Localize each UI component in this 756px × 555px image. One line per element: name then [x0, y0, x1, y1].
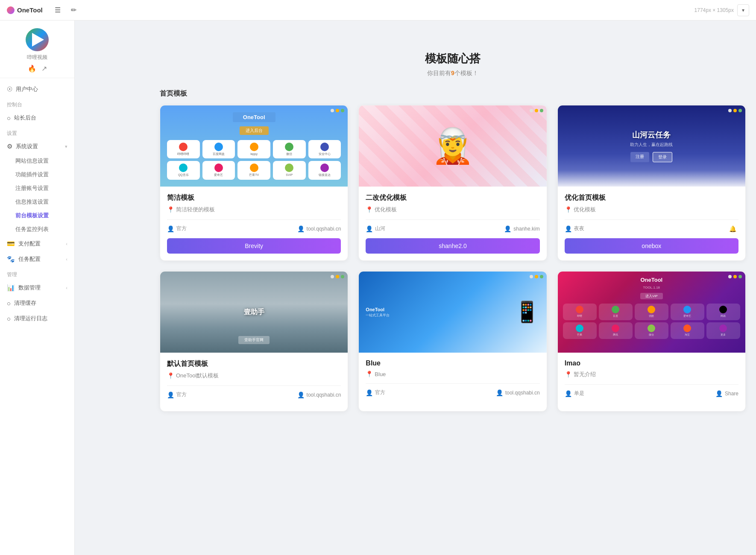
badge-dot-yellow [535, 275, 538, 278]
sidebar-item-website-info[interactable]: 网站信息设置 [0, 154, 74, 168]
icon-item: 百度网盘 [202, 140, 235, 158]
meta-author: 👤 单是 [565, 390, 584, 397]
lmao-icon: 哔哩 [563, 304, 597, 320]
sidebar: 哔哩视频 🔥 ↗ ☉ 用户中心 控制台 ○ 站长后台 设置 ⚙ 系统设置 [0, 20, 75, 555]
icon-circle [683, 324, 691, 332]
brevity-action-button[interactable]: Brevity [167, 238, 341, 254]
url-text: Share [725, 391, 738, 397]
icon-circle [719, 324, 727, 332]
url-text: shanhe.kim [513, 226, 539, 232]
badge-dot-green [341, 109, 344, 112]
data-icon: 📊 [7, 284, 15, 292]
meta-url: 👤 tool.qqshabi.cn [297, 391, 341, 398]
sidebar-item-task-config[interactable]: 🐾 任务配置 ‹ [0, 251, 74, 267]
sidebar-item-task-monitor[interactable]: 任务监控列表 [0, 222, 74, 236]
desc-text: 优化模板 [574, 206, 596, 213]
template-card-default: 壹助手 壹助手官网 默认首页模板 📍 OneTool默认模板 👤 官方 [160, 271, 348, 412]
badge-dot-yellow [733, 109, 737, 112]
sidebar-item-system-settings[interactable]: ⚙ 系统设置 ▾ [0, 139, 74, 154]
sidebar-item-plugin[interactable]: 功能插件设置 [0, 168, 74, 181]
corner-badge-3 [728, 109, 742, 112]
top-dropdown[interactable]: ▾ [737, 4, 749, 16]
page-title: 模板随心搭 [160, 51, 746, 66]
anime-character: 🧝 [431, 126, 474, 166]
badge-dot-gray [331, 275, 334, 278]
icon-item: 芒果TV [237, 161, 270, 179]
push-label: 信息推送设置 [15, 198, 49, 206]
sidebar-item-data[interactable]: 📊 数据管理 ‹ [0, 280, 74, 295]
template-card-blue: OneTool 一站式工具平台 📱 Blue 📍 Blue 👤 官方 [358, 271, 547, 412]
sidebar-item-clear-log[interactable]: ○ 清理运行日志 [0, 311, 74, 326]
lmao-sub: TOOL.1.18 [643, 286, 660, 289]
preview-anime: 🧝 [359, 105, 546, 187]
website-info-label: 网站信息设置 [15, 157, 49, 165]
mountain-btn-primary[interactable]: 注册 [630, 152, 649, 162]
template-desc-brevity: 📍 简洁轻便的模板 [167, 206, 341, 213]
icon-circle [576, 306, 583, 313]
icon-circle [179, 164, 188, 172]
meta-url: 👤 tool.qqshabi.cn [496, 389, 540, 396]
badge-dot-gray [728, 275, 732, 278]
sidebar-item-admin[interactable]: ○ 站长后台 [0, 110, 74, 126]
lmao-icons-row2: 芒果 腾讯 微信 淘宝 更多 [563, 322, 740, 339]
corner-badge-1 [331, 109, 344, 112]
template-meta-brevity: 👤 官方 👤 tool.qqshabi.cn [167, 219, 341, 232]
pen-button[interactable]: ✏ [67, 4, 80, 16]
icon-item: 哔哩哔哩 [167, 140, 200, 158]
subtitle-suffix: 个模板！ [454, 70, 478, 76]
card-body-default: 默认首页模板 📍 OneTool默认模板 👤 官方 👤 tool.qqshabi… [160, 353, 348, 411]
logo-icon [26, 28, 49, 51]
template-card-lmao: OneTool TOOL.1.18 进入VIP 哔哩 百度 优酷 爱奇艺 网易 … [557, 271, 746, 412]
author-icon: 👤 [565, 390, 572, 397]
badge-dot-gray [728, 109, 732, 112]
template-meta-lmao: 👤 单是 👤 Share [565, 384, 738, 397]
page-header: 模板随心搭 你目前有9个模板！ [160, 51, 746, 77]
fire-icon[interactable]: 🔥 [28, 64, 36, 73]
menu-button[interactable]: ☰ [51, 4, 64, 16]
icon-circle [285, 164, 293, 172]
sidebar-item-register[interactable]: 注册账号设置 [0, 181, 74, 195]
url-text: tool.qqshabi.cn [307, 226, 341, 232]
cache-icon: ○ [7, 300, 11, 307]
sidebar-item-frontend[interactable]: 前台模板设置 [0, 209, 74, 222]
onebox-action-button[interactable]: onebox [565, 238, 738, 254]
share-icon[interactable]: ↗ [41, 64, 47, 73]
clear-log-label: 清理运行日志 [14, 315, 47, 322]
sidebar-item-push[interactable]: 信息推送设置 [0, 195, 74, 209]
template-name-blue: Blue [366, 359, 539, 367]
template-desc-lmao: 📍 暂无介绍 [565, 371, 738, 378]
sidebar-item-clear-cache[interactable]: ○ 清理缓存 [0, 295, 74, 311]
url-icon: 👤 [297, 391, 305, 398]
lmao-icon: 更多 [706, 322, 740, 339]
lmao-icon: 芒果 [563, 322, 597, 339]
badge-dot-gray [530, 275, 533, 278]
template-card-brevity: OneTool 进入后台 哔哩哔哩 百度网盘 lappy 微信 安全中心 QQ音… [160, 105, 348, 261]
frontend-label: 前台模板设置 [15, 212, 49, 219]
template-name-default: 默认首页模板 [167, 359, 341, 368]
badge-dot-green [738, 109, 742, 112]
anime-action-button[interactable]: shanhe2.0 [366, 238, 539, 254]
mountain-sub: 助力人生，赢在起跑线 [630, 142, 673, 148]
page-subtitle: 你目前有9个模板！ [160, 70, 746, 77]
data-manage-label: 数据管理 [18, 284, 41, 292]
template-card-onebox: 山河云任务 助力人生，赢在起跑线 注册 登录 优化首页模板 📍 优化模板 [557, 105, 746, 261]
sidebar-item-user-center[interactable]: ☉ 用户中心 [0, 82, 74, 97]
logo-label: 哔哩视频 [27, 54, 47, 61]
top-logo: OneTool [7, 6, 43, 14]
template-name-anime: 二改优化模板 [366, 193, 539, 202]
default-title: 壹助手 [244, 308, 264, 317]
lmao-icon: 淘宝 [671, 322, 704, 339]
lmao-icon: 优酷 [635, 304, 668, 320]
plugin-label: 功能插件设置 [15, 171, 49, 178]
task-monitor-label: 任务监控列表 [15, 225, 49, 233]
url-text: tool.qqshabi.cn [307, 392, 341, 398]
meta-url: 🔔 [729, 225, 738, 232]
admin-label: 站长后台 [14, 114, 36, 122]
author-icon: 👤 [366, 225, 373, 232]
icon-item: 链接直达 [308, 161, 341, 179]
icon-circle [576, 324, 583, 332]
sidebar-item-payment[interactable]: 💳 支付配置 ‹ [0, 236, 74, 251]
mountain-btn-secondary[interactable]: 登录 [653, 152, 672, 162]
badge-dot-gray [331, 109, 334, 112]
log-icon: ○ [7, 315, 11, 322]
